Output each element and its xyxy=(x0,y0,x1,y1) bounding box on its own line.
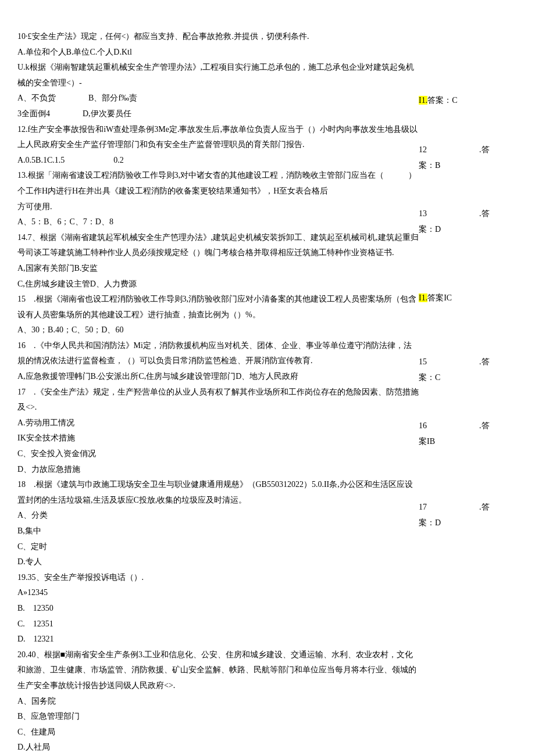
answer-line2: 案：C xyxy=(419,370,515,386)
doc-line: A.0.5B.1C.1.5 0.2 xyxy=(17,153,419,169)
doc-line: B、应急管理部门 xyxy=(17,709,419,725)
answer-suffix: .答 xyxy=(479,145,490,154)
answer-note: 12.答案：B xyxy=(419,142,515,173)
answer-highlight: I1. xyxy=(419,96,427,105)
answer-text: 答案IC xyxy=(427,293,452,302)
doc-line: 18 .根据《逮筑与巾政施工现场安全卫生与职业健康通用规慈》（GB5503120… xyxy=(17,477,419,508)
answer-note: 17.答案：D xyxy=(419,500,515,531)
doc-line: B,集中 xyxy=(17,524,419,539)
answer-suffix: .答 xyxy=(479,421,490,430)
doc-line: A、5：B、6；C、7：D、8 xyxy=(17,214,419,230)
doc-line: A、国务院 xyxy=(17,694,419,710)
doc-line: 12.f生产安全事故报告和iW查处理条例3Me定.事故发生后,事故单位负责人应当… xyxy=(17,122,419,153)
answer-suffix: .答 xyxy=(479,357,490,366)
answer-num: 17 xyxy=(419,503,427,511)
doc-line: C、安全投入资金俏况 xyxy=(17,446,419,462)
doc-line: U.k根据《湖南智建筑起重机械安全生产管理办法》,工程项目实行施工总承包的，施工… xyxy=(17,60,419,91)
doc-line: D.人社局 xyxy=(17,740,419,755)
answer-line2: 案：D xyxy=(419,222,515,238)
doc-line: 方可使用. xyxy=(17,199,419,215)
doc-line: D. 12321 xyxy=(17,632,419,647)
answer-note: I1.答案IC xyxy=(419,291,515,306)
doc-line: B. 12350 xyxy=(17,601,419,617)
doc-line: D、力故应急措施 xyxy=(17,462,419,478)
doc-line: D.专人 xyxy=(17,554,419,570)
doc-line: A»12345 xyxy=(17,585,419,601)
doc-line: C. 12351 xyxy=(17,617,419,632)
doc-line: A、30；B.40；C、50；D、60 xyxy=(17,323,419,338)
doc-line: 13.根据「湖南省逮设工程消防验收工作导则3,对中诸女杳的其他建设工程，消防晚收… xyxy=(17,168,419,199)
doc-line: A,国家有关部门B.安监 xyxy=(17,261,419,277)
answer-num: 16 xyxy=(419,421,427,430)
doc-line: 14.7、根据《湖南省建筑起军机械安全生产笆理办法》,建筑起史机械安装拆卸工、建… xyxy=(17,230,419,261)
doc-line: 15 .根据《湖南省也设工程消防验收工作导则3,消防验收部门应对小清备案的其他建… xyxy=(17,292,419,323)
answer-num: 15 xyxy=(419,357,427,366)
doc-line: 3全面倒4 D,伊次要员任 xyxy=(17,106,419,122)
doc-line: C,住房城乡建设主管D、人力费源 xyxy=(17,277,419,292)
answer-suffix: .答 xyxy=(479,209,490,218)
answer-line2: 案：D xyxy=(419,515,515,531)
doc-line: A、分类 xyxy=(17,508,419,524)
answer-line2: 案IB xyxy=(419,434,515,450)
doc-line: A、不负货 B、部分f‰责 xyxy=(17,91,419,106)
doc-line: C、定时 xyxy=(17,539,419,555)
doc-line: C、住建局 xyxy=(17,725,419,740)
answer-note: 15.答案：C xyxy=(419,354,515,385)
doc-line: IK安全技术措施 xyxy=(17,431,419,446)
doc-line: 16 .《中华人民共和国消防法》Mi定，消防救援机构应当对机关、团体、企业、事业… xyxy=(17,338,419,369)
answer-suffix: .答 xyxy=(479,503,490,511)
answer-note: I1.答案：C xyxy=(419,93,515,109)
doc-line: A.劳动用工情况 xyxy=(17,415,419,431)
answer-num: 12 xyxy=(419,145,427,154)
answer-line2: 案：B xyxy=(419,158,515,174)
answer-highlight: I1. xyxy=(419,293,427,302)
doc-line: A.单位和个人B.单位C.个人D.Ktl xyxy=(17,45,419,60)
answer-note: 13.答案：D xyxy=(419,206,515,237)
doc-line: A,应急救援管理帏门B.公安派出所C,住房与城乡建设管理部门D、地方人民政府 xyxy=(17,369,419,385)
doc-line: 17 .《安全生产法》规定，生产羟营单位的从业人员有权了解其作业场所和工作岗位存… xyxy=(17,385,419,415)
answer-note: 16.答案IB xyxy=(419,418,515,449)
doc-line: 20.40、根据■湖南省安全生产条例3.工业和信息化、公安、住房和城乡建设、交通… xyxy=(17,647,419,694)
answer-text: 答案：C xyxy=(427,96,457,105)
answer-num: 13 xyxy=(419,209,427,218)
doc-line: 19.35、安全生产举报投诉电话（）. xyxy=(17,570,419,586)
doc-line: 10·£安全生产法》现定，任何<）都应当支持、配合事故抢救.并提供，切便利条件. xyxy=(17,29,419,45)
